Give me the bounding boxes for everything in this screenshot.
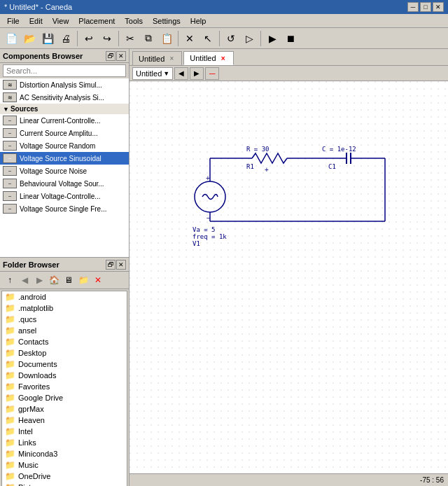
close-panel-button[interactable]: ✕ xyxy=(116,51,126,61)
folder-delete-button[interactable]: ✕ xyxy=(91,273,105,287)
maximize-button[interactable]: □ xyxy=(420,2,431,12)
folder-name: Links xyxy=(18,438,36,447)
toolbar-button[interactable]: ▷ xyxy=(241,30,258,47)
folder-item[interactable]: 📁Links xyxy=(2,437,127,448)
folder-back-button[interactable]: ◀ xyxy=(18,273,31,287)
toolbar-button[interactable]: ⧉ xyxy=(140,30,157,47)
folder-item[interactable]: 📁OneDrive xyxy=(2,471,127,482)
toolbar-button[interactable]: ⏹ xyxy=(282,30,299,47)
component-item[interactable]: ≋AC Sensitivity Analysis Si... xyxy=(0,91,129,104)
coordinates: -75 : 56 xyxy=(420,476,444,484)
tab-close-button[interactable]: × xyxy=(219,54,227,62)
folder-item[interactable]: 📁Google Drive xyxy=(2,392,127,403)
component-item[interactable]: ~Voltage Source Sinusoidal xyxy=(0,152,129,165)
folder-add-button[interactable]: 📁 xyxy=(76,273,90,287)
title-bar: * Untitled* - Caneda ─ □ ✕ xyxy=(0,0,448,14)
tab-1[interactable]: Untitled× xyxy=(183,51,233,65)
close-button[interactable]: ✕ xyxy=(433,2,444,12)
minimize-button[interactable]: ─ xyxy=(407,2,419,12)
component-label: Voltage Source Single Fre... xyxy=(20,205,107,213)
folder-item[interactable]: 📁Miniconda3 xyxy=(2,448,127,459)
folder-item[interactable]: 📁Documents xyxy=(2,359,127,370)
toolbar-button[interactable]: ↖ xyxy=(200,30,216,47)
folder-browser: Folder Browser 🗗 ✕ ↑ ◀ ▶ 🏠 🖥 📁 ✕ 📁.andro… xyxy=(0,258,129,486)
folder-item[interactable]: 📁Contacts xyxy=(2,336,127,347)
folder-browser-header: Folder Browser 🗗 ✕ xyxy=(0,258,129,272)
toolbar-button[interactable]: 🖨 xyxy=(57,30,74,47)
toolbar-button[interactable]: 📄 xyxy=(3,30,20,47)
menu-item-placement[interactable]: Placement xyxy=(74,15,119,27)
folder-item[interactable]: 📁Music xyxy=(2,459,127,471)
toolbar-button[interactable]: ↺ xyxy=(223,30,239,47)
folder-icon: 📁 xyxy=(5,426,15,436)
menu-item-file[interactable]: File xyxy=(3,15,24,27)
component-item[interactable]: ~Current Source Amplitu... xyxy=(0,127,129,139)
component-item[interactable]: ~Behavioural Voltage Sour... xyxy=(0,177,129,190)
component-item[interactable]: ~Voltage Source Noise xyxy=(0,165,129,177)
tab-0[interactable]: Untitled× xyxy=(132,51,182,65)
menu-item-help[interactable]: Help xyxy=(186,15,211,27)
folder-name: Desktop xyxy=(18,349,46,357)
view-minus-button[interactable]: ─ xyxy=(205,67,219,80)
folder-item[interactable]: 📁Favorites xyxy=(2,381,127,392)
menu-item-view[interactable]: View xyxy=(48,15,74,27)
folder-icon: 📁 xyxy=(5,326,15,335)
folder-item[interactable]: 📁ansel xyxy=(2,325,127,336)
toolbar-button[interactable]: 📋 xyxy=(158,30,175,47)
folder-icon: 📁 xyxy=(5,359,15,369)
search-input[interactable] xyxy=(3,64,126,77)
svg-text:C = 1e-12: C = 1e-12 xyxy=(322,146,356,153)
folder-item[interactable]: 📁.android xyxy=(2,291,127,303)
svg-text:R = 30: R = 30 xyxy=(246,146,270,153)
folder-forward-button[interactable]: ▶ xyxy=(32,273,46,287)
section-header[interactable]: ▼Sources xyxy=(0,104,129,114)
component-item[interactable]: ~Linear Voltage-Controlle... xyxy=(0,190,129,202)
view-prev-button[interactable]: ◀ xyxy=(174,67,188,80)
folder-item[interactable]: 📁Intel xyxy=(2,426,127,437)
toolbar-button[interactable]: ↩ xyxy=(80,30,97,47)
tab-bar: Untitled×Untitled× xyxy=(130,49,448,66)
folder-icon: 📁 xyxy=(5,449,15,459)
view-next-button[interactable]: ▶ xyxy=(190,67,204,80)
toolbar-button[interactable]: ✂ xyxy=(122,30,139,47)
folder-item[interactable]: 📁Pictures xyxy=(2,482,127,486)
folder-name: OneDrive xyxy=(18,472,50,480)
toolbar-button[interactable]: 📂 xyxy=(21,30,38,47)
close-folder-button[interactable]: ✕ xyxy=(116,260,126,270)
svg-text:V1: V1 xyxy=(192,240,200,247)
component-item[interactable]: ≋Distortion Analysis Simul... xyxy=(0,78,129,91)
component-item[interactable]: ~Voltage Source Single Fre... xyxy=(0,202,129,215)
components-browser: Components Browser 🗗 ✕ ≋Distortion Analy… xyxy=(0,49,129,258)
section-arrow-icon: ▼ xyxy=(3,106,9,113)
folder-name: .matplotlib xyxy=(18,304,53,312)
view-dropdown[interactable]: Untitled ▼ xyxy=(132,67,173,80)
folder-item[interactable]: 📁Heaven xyxy=(2,415,127,426)
schematic-canvas[interactable]: R = 30 R1 + C = 1e-12 C1 xyxy=(130,81,448,473)
menu-item-tools[interactable]: Tools xyxy=(120,15,147,27)
folder-icon: 📁 xyxy=(5,482,15,486)
tab-close-button[interactable]: × xyxy=(167,55,176,63)
menu-item-settings[interactable]: Settings xyxy=(148,15,185,27)
component-item[interactable]: ~Linear Current-Controlle... xyxy=(0,114,129,127)
folder-item[interactable]: 📁.matplotlib xyxy=(2,303,127,314)
toolbar-button[interactable]: ✕ xyxy=(181,30,198,47)
toolbar-button[interactable]: ↪ xyxy=(99,30,115,47)
folder-item[interactable]: 📁.qucs xyxy=(2,314,127,325)
undock-button[interactable]: 🗗 xyxy=(106,51,115,61)
component-item[interactable]: ~Voltage Source Random xyxy=(0,139,129,152)
main-layout: Components Browser 🗗 ✕ ≋Distortion Analy… xyxy=(0,49,448,486)
components-list: ≋Distortion Analysis Simul...≋AC Sensiti… xyxy=(0,78,129,257)
folder-network-button[interactable]: 🖥 xyxy=(62,273,76,287)
toolbar-button[interactable]: ▶ xyxy=(264,30,281,47)
menu-item-edit[interactable]: Edit xyxy=(25,15,47,27)
folder-icon: 📁 xyxy=(5,348,15,358)
right-panel: Untitled×Untitled× Untitled ▼ ◀ ▶ ─ xyxy=(130,49,448,486)
folder-item[interactable]: 📁Desktop xyxy=(2,347,127,359)
undock-folder-button[interactable]: 🗗 xyxy=(106,260,115,270)
component-label: Voltage Source Random xyxy=(20,142,95,150)
folder-home-button[interactable]: 🏠 xyxy=(47,273,61,287)
folder-item[interactable]: 📁gprMax xyxy=(2,403,127,415)
toolbar-button[interactable]: 💾 xyxy=(39,30,56,47)
folder-up-button[interactable]: ↑ xyxy=(3,273,17,287)
folder-item[interactable]: 📁Downloads xyxy=(2,370,127,381)
